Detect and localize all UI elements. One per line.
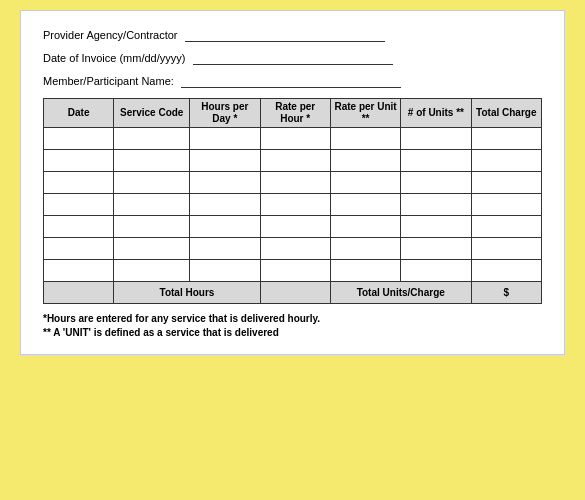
table-row xyxy=(44,150,542,172)
cell-service-3[interactable] xyxy=(114,172,190,194)
cell-rate-hour-3[interactable] xyxy=(260,172,330,194)
cell-rate-hour-6[interactable] xyxy=(260,238,330,260)
cell-service-2[interactable] xyxy=(114,150,190,172)
cell-date-4[interactable] xyxy=(44,194,114,216)
cell-date-2[interactable] xyxy=(44,150,114,172)
note-line-2-text: ** A 'UNIT' is defined as a service that… xyxy=(43,327,279,338)
notes-section: *Hours are entered for any service that … xyxy=(43,312,542,340)
note-line-2: ** A 'UNIT' is defined as a service that… xyxy=(43,326,542,340)
note-line-1-text: *Hours are entered for any service that … xyxy=(43,313,320,324)
cell-service-4[interactable] xyxy=(114,194,190,216)
cell-rate-unit-5[interactable] xyxy=(330,216,400,238)
cell-service-5[interactable] xyxy=(114,216,190,238)
date-line: Date of Invoice (mm/dd/yyyy) xyxy=(43,52,542,65)
cell-date-1[interactable] xyxy=(44,128,114,150)
date-value[interactable] xyxy=(193,52,393,65)
cell-rate-hour-2[interactable] xyxy=(260,150,330,172)
cell-total-5[interactable] xyxy=(471,216,541,238)
header-rate-per-hour: Rate per Hour * xyxy=(260,99,330,128)
cell-total-1[interactable] xyxy=(471,128,541,150)
table-row xyxy=(44,172,542,194)
cell-rate-hour-1[interactable] xyxy=(260,128,330,150)
table-row xyxy=(44,238,542,260)
invoice-form: Provider Agency/Contractor Date of Invoi… xyxy=(20,10,565,355)
cell-hours-3[interactable] xyxy=(190,172,260,194)
cell-rate-hour-7[interactable] xyxy=(260,260,330,282)
cell-service-1[interactable] xyxy=(114,128,190,150)
member-label: Member/Participant Name: xyxy=(43,75,174,87)
provider-line: Provider Agency/Contractor xyxy=(43,29,542,42)
header-rate-per-unit: Rate per Unit ** xyxy=(330,99,400,128)
cell-date-5[interactable] xyxy=(44,216,114,238)
cell-rate-unit-1[interactable] xyxy=(330,128,400,150)
cell-date-6[interactable] xyxy=(44,238,114,260)
cell-total-7[interactable] xyxy=(471,260,541,282)
cell-hours-2[interactable] xyxy=(190,150,260,172)
provider-value[interactable] xyxy=(185,29,385,42)
cell-hours-1[interactable] xyxy=(190,128,260,150)
provider-label: Provider Agency/Contractor xyxy=(43,29,178,41)
cell-num-units-6[interactable] xyxy=(401,238,471,260)
member-line: Member/Participant Name: xyxy=(43,75,542,88)
header-total-charge: Total Charge xyxy=(471,99,541,128)
invoice-table: Date Service Code Hours per Day * Rate p… xyxy=(43,98,542,304)
cell-rate-unit-6[interactable] xyxy=(330,238,400,260)
cell-total-4[interactable] xyxy=(471,194,541,216)
table-footer-row: Total Hours Total Units/Charge $ xyxy=(44,282,542,304)
cell-hours-7[interactable] xyxy=(190,260,260,282)
date-label: Date of Invoice (mm/dd/yyyy) xyxy=(43,52,185,64)
cell-hours-6[interactable] xyxy=(190,238,260,260)
cell-service-7[interactable] xyxy=(114,260,190,282)
cell-num-units-3[interactable] xyxy=(401,172,471,194)
cell-num-units-5[interactable] xyxy=(401,216,471,238)
table-row xyxy=(44,260,542,282)
table-row xyxy=(44,128,542,150)
cell-rate-unit-4[interactable] xyxy=(330,194,400,216)
cell-rate-unit-3[interactable] xyxy=(330,172,400,194)
cell-service-6[interactable] xyxy=(114,238,190,260)
footer-dollar: $ xyxy=(471,282,541,304)
footer-empty-date xyxy=(44,282,114,304)
cell-total-6[interactable] xyxy=(471,238,541,260)
member-value[interactable] xyxy=(181,75,401,88)
cell-rate-hour-5[interactable] xyxy=(260,216,330,238)
cell-hours-4[interactable] xyxy=(190,194,260,216)
table-row xyxy=(44,194,542,216)
table-header-row: Date Service Code Hours per Day * Rate p… xyxy=(44,99,542,128)
footer-empty-rate xyxy=(260,282,330,304)
footer-total-hours: Total Hours xyxy=(114,282,260,304)
cell-rate-unit-2[interactable] xyxy=(330,150,400,172)
cell-total-3[interactable] xyxy=(471,172,541,194)
cell-total-2[interactable] xyxy=(471,150,541,172)
cell-rate-hour-4[interactable] xyxy=(260,194,330,216)
header-num-units: # of Units ** xyxy=(401,99,471,128)
cell-date-3[interactable] xyxy=(44,172,114,194)
table-row xyxy=(44,216,542,238)
cell-hours-5[interactable] xyxy=(190,216,260,238)
footer-total-units: Total Units/Charge xyxy=(330,282,471,304)
header-date: Date xyxy=(44,99,114,128)
header-hours-per-day: Hours per Day * xyxy=(190,99,260,128)
cell-num-units-4[interactable] xyxy=(401,194,471,216)
header-service-code: Service Code xyxy=(114,99,190,128)
cell-rate-unit-7[interactable] xyxy=(330,260,400,282)
cell-date-7[interactable] xyxy=(44,260,114,282)
note-line-1: *Hours are entered for any service that … xyxy=(43,312,542,326)
cell-num-units-1[interactable] xyxy=(401,128,471,150)
cell-num-units-7[interactable] xyxy=(401,260,471,282)
cell-num-units-2[interactable] xyxy=(401,150,471,172)
